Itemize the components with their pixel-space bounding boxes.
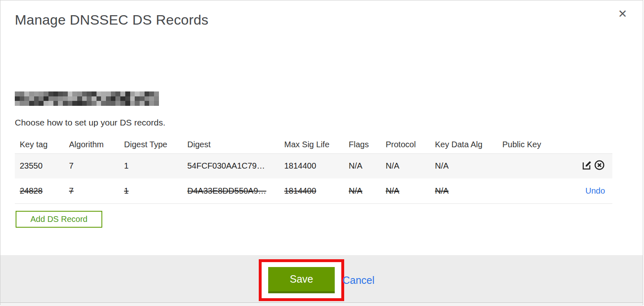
edit-record-icon[interactable] — [582, 160, 593, 171]
cell-key-tag: 23550 — [20, 161, 43, 170]
col-algorithm: Algorithm — [64, 136, 119, 153]
redacted-domain-name — [15, 91, 159, 106]
table-row: 23550 7 1 54FCF030AA1C79… 1814400 N/A N/… — [15, 153, 612, 178]
cell-key-tag: 24828 — [20, 186, 43, 195]
table-header-row: Key tag Algorithm Digest Type Digest Max… — [15, 136, 612, 153]
cell-digest: 54FCF030AA1C79… — [187, 161, 265, 170]
col-protocol: Protocol — [381, 136, 430, 153]
cell-flags: N/A — [349, 161, 362, 170]
col-key-tag: Key tag — [15, 136, 64, 153]
col-flags: Flags — [344, 136, 381, 153]
close-icon[interactable]: ✕ — [618, 9, 627, 20]
cell-max-sig-life: 1814400 — [284, 186, 316, 195]
cell-protocol: N/A — [386, 186, 399, 195]
col-digest-type: Digest Type — [119, 136, 182, 153]
cell-key-data-alg: N/A — [435, 186, 448, 195]
save-button[interactable]: Save — [268, 267, 335, 293]
add-ds-record-button[interactable]: Add DS Record — [16, 211, 102, 228]
instruction-text: Choose how to set up your DS records. — [15, 118, 166, 128]
cell-algorithm: 7 — [69, 161, 74, 170]
dnssec-dialog: Manage DNSSEC DS Records ✕ Choose how to… — [0, 0, 643, 305]
col-public-key: Public Key — [497, 136, 554, 153]
ds-records-table: Key tag Algorithm Digest Type Digest Max… — [15, 136, 612, 204]
table-row-deleted: 24828 7 1 D4A33E8DD550A9… 1814400 N/A N/… — [15, 178, 612, 203]
cell-algorithm: 7 — [69, 186, 74, 195]
undo-link[interactable]: Undo — [585, 186, 605, 195]
cell-protocol: N/A — [386, 161, 399, 170]
cell-key-data-alg: N/A — [435, 161, 448, 170]
col-actions — [554, 136, 612, 153]
cell-flags: N/A — [349, 186, 362, 195]
cell-digest-type: 1 — [124, 186, 129, 195]
page-title: Manage DNSSEC DS Records — [15, 12, 209, 28]
cell-max-sig-life: 1814400 — [284, 161, 316, 170]
cell-digest-type: 1 — [124, 161, 129, 170]
cell-digest: D4A33E8DD550A9… — [187, 186, 266, 195]
col-key-data-alg: Key Data Alg — [430, 136, 497, 153]
delete-record-icon[interactable] — [594, 160, 605, 171]
dialog-footer: Save Cancel — [0, 255, 643, 303]
col-digest: Digest — [182, 136, 279, 153]
col-max-sig-life: Max Sig Life — [279, 136, 344, 153]
cancel-link[interactable]: Cancel — [343, 274, 375, 286]
red-highlight-annotation: Save — [259, 259, 344, 301]
